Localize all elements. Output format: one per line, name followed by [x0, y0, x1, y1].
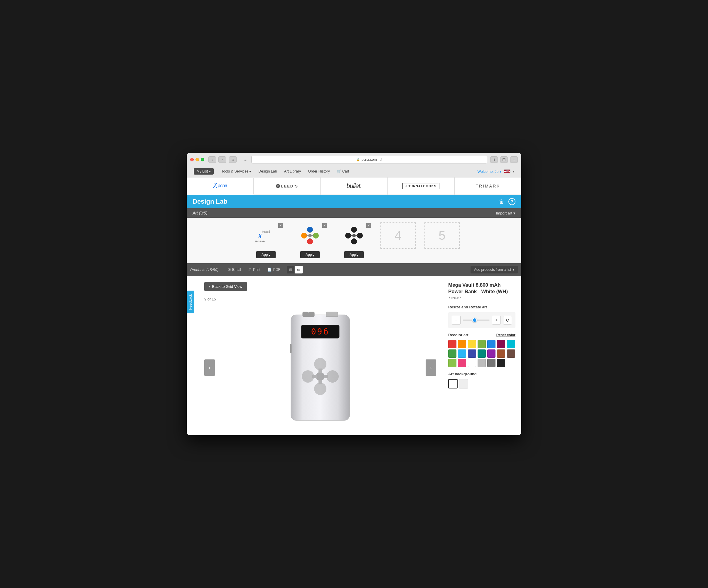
color-swatch-8[interactable] [458, 349, 466, 358]
browser-window: ‹ › ⊞ ≡ 🔒 pcna.com ↺ ⬆ ⊞ + My List [187, 153, 521, 435]
brand-bar: Z pcna @ LEED'S bullet. JOURNALBOOKS TRI… [187, 177, 521, 195]
color-swatch-13[interactable] [507, 349, 515, 358]
resize-plus-button[interactable]: + [492, 316, 501, 324]
add-products-button[interactable]: Add products from a list ▾ [471, 266, 518, 274]
remove-art-2-button[interactable]: ✕ [322, 223, 327, 228]
apply-art-1-button[interactable]: Apply [256, 251, 276, 258]
grid-view-button[interactable]: ⊞ [287, 266, 294, 274]
color-swatch-6[interactable] [507, 340, 515, 348]
brand-trimark[interactable]: TRIMARK [455, 178, 521, 194]
brand-journalbooks[interactable]: JOURNALBOOKS [388, 178, 455, 194]
color-swatch-1[interactable] [458, 340, 466, 348]
art-empty-slot-4[interactable]: 4 [380, 222, 416, 249]
cart-icon: 🛒 [337, 169, 342, 174]
art-library-link[interactable]: Art Library [281, 166, 304, 177]
color-swatch-5[interactable] [497, 340, 505, 348]
cart-link[interactable]: 🛒 Cart [334, 166, 352, 177]
back-to-grid-button[interactable]: ‹ Back to Grid View [204, 282, 247, 291]
traffic-lights [190, 158, 204, 161]
add-tab-button[interactable]: + [510, 156, 518, 163]
welcome-chevron: ▾ [500, 169, 502, 174]
tools-services-link[interactable]: Tools & Services ▾ [218, 166, 254, 177]
design-lab-link[interactable]: Design Lab [255, 166, 280, 177]
color-swatch-9[interactable] [468, 349, 476, 358]
svg-rect-32 [319, 369, 322, 373]
art-empty-slot-5[interactable]: 5 [424, 222, 460, 249]
email-icon: ✉ [228, 268, 231, 272]
rotate-button[interactable]: ↺ [503, 316, 512, 324]
brand-bullet[interactable]: bullet. [321, 178, 387, 194]
svg-point-12 [351, 227, 357, 233]
svg-point-27 [314, 358, 326, 370]
svg-point-28 [314, 382, 326, 395]
pdf-button[interactable]: 📄 PDF [264, 263, 284, 276]
next-product-button[interactable]: › [425, 360, 436, 376]
back-nav-button[interactable]: ‹ [208, 156, 216, 163]
svg-point-16 [352, 234, 356, 237]
art-thumb-img-3[interactable]: ✕ [336, 222, 372, 249]
import-art-button[interactable]: Import art ▾ [496, 211, 515, 215]
art-thumb-img-2[interactable]: ✕ [292, 222, 328, 249]
journalbooks-label: JOURNALBOOKS [403, 183, 439, 189]
apply-art-2-button[interactable]: Apply [300, 251, 320, 258]
color-swatch-7[interactable] [448, 349, 456, 358]
remove-art-3-button[interactable]: ✕ [366, 223, 371, 228]
order-history-link[interactable]: Order History [305, 166, 332, 177]
svg-rect-23 [326, 312, 338, 317]
maximize-button[interactable] [201, 158, 204, 161]
tab-button[interactable]: ⊞ [229, 156, 237, 163]
svg-point-5 [301, 233, 307, 239]
help-button[interactable]: ? [508, 198, 515, 205]
reload-icon[interactable]: ↺ [380, 158, 382, 162]
color-swatch-4[interactable] [487, 340, 496, 348]
new-tab-button[interactable]: ⊞ [500, 156, 508, 163]
resize-minus-button[interactable]: − [452, 316, 461, 324]
bullet-label: bullet. [346, 182, 362, 190]
svg-point-15 [357, 233, 363, 239]
product-image: 096 [282, 309, 358, 426]
forward-nav-button[interactable]: › [218, 156, 226, 163]
email-button[interactable]: ✉ Email [224, 263, 244, 276]
reset-color-button[interactable]: Reset color [496, 333, 515, 337]
share-button[interactable]: ⬆ [490, 156, 498, 163]
apply-art-3-button[interactable]: Apply [344, 251, 364, 258]
art-thumb-img-1[interactable]: ✕ InkSoft X linkSoft [248, 222, 284, 249]
color-swatch-17[interactable] [478, 359, 486, 367]
remove-art-1-button[interactable]: ✕ [278, 223, 283, 228]
bg-white-swatch[interactable] [448, 379, 458, 389]
color-swatch-14[interactable] [448, 359, 456, 367]
color-swatch-18[interactable] [487, 359, 496, 367]
color-swatch-10[interactable] [478, 349, 486, 358]
minimize-button[interactable] [196, 158, 199, 161]
bg-light-swatch[interactable] [459, 379, 468, 389]
close-button[interactable] [190, 158, 194, 161]
svg-text:096: 096 [311, 327, 330, 337]
feedback-tab[interactable]: Feedback [187, 291, 194, 313]
my-list-button[interactable]: My List ▾ [194, 168, 214, 175]
color-swatch-3[interactable] [478, 340, 486, 348]
brand-pcna[interactable]: Z pcna [187, 178, 254, 195]
color-swatch-12[interactable] [497, 349, 505, 358]
flag-selector[interactable]: 🇺🇸 [504, 169, 510, 174]
color-swatch-19[interactable] [497, 359, 505, 367]
trash-button[interactable]: 🗑 [499, 199, 504, 205]
color-swatch-0[interactable] [448, 340, 456, 348]
art-slot-4: 4 [380, 222, 416, 249]
back-chevron-icon: ‹ [209, 284, 210, 289]
flag-chevron: ▾ [513, 170, 514, 173]
svg-text:X: X [258, 233, 262, 239]
slider-thumb[interactable] [472, 318, 477, 322]
prev-product-button[interactable]: ‹ [204, 360, 215, 376]
art-preview-3 [338, 224, 370, 247]
welcome-link[interactable]: Welcome, Jp ▾ [478, 169, 502, 174]
resize-slider[interactable] [463, 319, 490, 321]
list-view-button[interactable]: ▭ [295, 266, 303, 274]
color-swatch-16[interactable] [468, 359, 476, 367]
resize-section-label: Resize and Rotate art [448, 305, 515, 309]
color-swatch-2[interactable] [468, 340, 476, 348]
svg-rect-36 [290, 344, 292, 353]
print-button[interactable]: 🖨 Print [244, 263, 264, 276]
color-swatch-15[interactable] [458, 359, 466, 367]
brand-leeds[interactable]: @ LEED'S [254, 178, 321, 194]
color-swatch-11[interactable] [487, 349, 496, 358]
